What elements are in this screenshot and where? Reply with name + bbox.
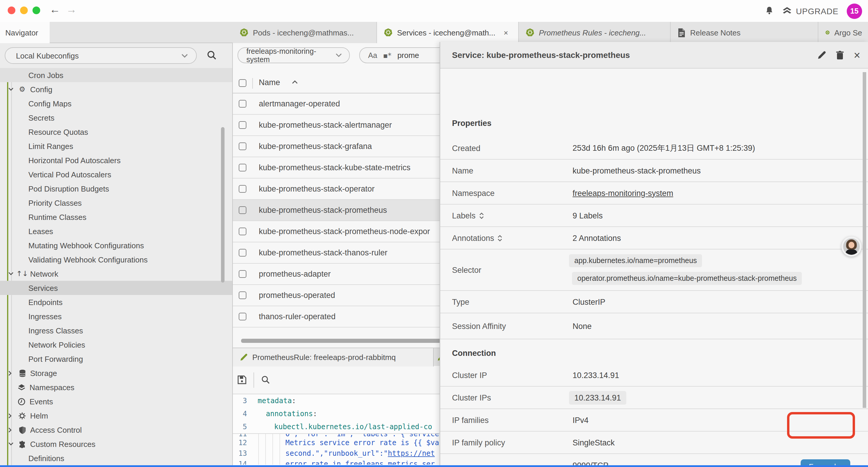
window-focus-line (0, 465, 868, 467)
sidebar-item-horizontal-pod-autoscalers[interactable]: Horizontal Pod Autoscalers (0, 153, 233, 167)
sidebar-item-leases[interactable]: Leases (0, 224, 233, 238)
kubernetes-icon (384, 28, 392, 37)
tab-release-notes[interactable]: Release Notes (671, 22, 818, 43)
row-checkbox[interactable] (239, 143, 246, 150)
edit-service-button[interactable] (817, 51, 826, 59)
sidebar-item-validating-webhook-configurations[interactable]: Validating Webhook Configurations (0, 253, 233, 267)
save-button[interactable] (238, 375, 246, 384)
chevron-right-icon (8, 427, 14, 432)
notifications-bell-icon[interactable] (765, 6, 774, 16)
type-row: Type ClusterIP (440, 291, 868, 313)
row-checkbox[interactable] (239, 206, 246, 214)
close-window-button[interactable] (8, 6, 16, 14)
tab-pods[interactable]: Pods - icecheng@mathmas... (233, 22, 377, 43)
chevron-right-icon (8, 413, 14, 418)
row-checkbox[interactable] (239, 100, 246, 108)
connection-section-heading: Connection (452, 349, 496, 358)
sidebar-item-secrets[interactable]: Secrets (0, 111, 233, 125)
sidebar-item-pod-disruption-budgets[interactable]: Pod Disruption Budgets (0, 181, 233, 196)
sidebar-scrollbar[interactable] (221, 127, 224, 283)
namespace-filter-select[interactable]: freeleaps-monitoring-system (238, 47, 350, 63)
sidebar-item-port-forwarding[interactable]: Port Forwarding (0, 352, 233, 366)
upgrade-button[interactable]: UPGRADE (782, 6, 838, 16)
upgrade-chevrons-icon (782, 6, 792, 16)
sidebar-section-custom-resources[interactable]: Custom Resources (0, 437, 233, 451)
select-all-checkbox[interactable] (239, 79, 246, 87)
sidebar-section-helm[interactable]: Helm (0, 408, 233, 423)
sidebar-item-vertical-pod-autoscalers[interactable]: Vertical Pod Autoscalers (0, 167, 233, 181)
tab-services[interactable]: Services - icecheng@math... × (377, 22, 519, 43)
shield-icon (18, 426, 27, 434)
row-checkbox[interactable] (239, 164, 246, 171)
sidebar-item-cron-jobs[interactable]: Cron Jobs (0, 68, 233, 82)
pencil-icon (240, 353, 248, 361)
sidebar-section-config[interactable]: ⚙ Config (0, 82, 233, 96)
sidebar-item-resource-quotas[interactable]: Resource Quotas (0, 125, 233, 139)
delete-service-button[interactable] (836, 51, 844, 59)
row-checkbox[interactable] (239, 185, 246, 193)
sidebar-item-config-maps[interactable]: Config Maps (0, 96, 233, 111)
sidebar-item-ingresses[interactable]: Ingresses (0, 309, 233, 323)
sidebar-item-services[interactable]: Services (0, 281, 233, 295)
tab-argo[interactable]: Argo Se (818, 22, 868, 43)
sidebar-item-mutating-webhook-configurations[interactable]: Mutating Webhook Configurations (0, 238, 233, 253)
session-affinity-row: Session Affinity None (440, 313, 868, 339)
row-checkbox[interactable] (239, 313, 246, 320)
puzzle-icon (18, 440, 27, 448)
sidebar-item-priority-classes[interactable]: Priority Classes (0, 196, 233, 210)
navigator-sidebar: Local Kubeconfigs Cron Jobs ⚙ Config Con… (0, 43, 233, 467)
name-column-header[interactable]: Name (259, 78, 280, 87)
chevron-down-icon (336, 53, 342, 57)
user-avatar[interactable] (841, 236, 862, 257)
annotations-row: Annotations 2 Annotations (440, 227, 868, 250)
expand-labels-icon[interactable] (479, 212, 484, 219)
row-checkbox[interactable] (239, 270, 246, 278)
row-checkbox[interactable] (239, 249, 246, 257)
sidebar-item-endpoints[interactable]: Endpoints (0, 295, 233, 309)
prometheusrule-editor-tab[interactable]: PrometheusRule: freeleaps-prod-rabbitmq (233, 348, 434, 367)
resource-tree: Cron Jobs ⚙ Config Config Maps Secrets R… (0, 68, 233, 467)
row-checkbox[interactable] (239, 121, 246, 129)
zoom-window-button[interactable] (32, 6, 40, 14)
row-checkbox[interactable] (239, 228, 246, 235)
namespace-link[interactable]: freeleaps-monitoring-system (572, 188, 673, 198)
created-row: Created 253d 16h 6m ago (2025年1月13日 GMT+… (440, 137, 868, 159)
document-icon (678, 28, 685, 37)
navigator-panel-tab[interactable]: Navigator (0, 22, 50, 43)
match-case-toggle[interactable]: Aa (368, 51, 377, 59)
drawer-scrollbar[interactable] (863, 72, 866, 408)
selector-chip: operator.prometheus.io/name=kube-prometh… (572, 272, 802, 285)
title-bar: ← → UPGRADE 15 (0, 0, 868, 22)
database-icon (18, 369, 27, 377)
forward-button[interactable]: → (66, 4, 77, 16)
highlight-annotation-box (787, 412, 855, 439)
sidebar-item-limit-ranges[interactable]: Limit Ranges (0, 139, 233, 153)
close-drawer-button[interactable]: × (854, 49, 860, 61)
kubeconfig-selector[interactable]: Local Kubeconfigs (5, 47, 197, 64)
tab-prometheus-rules[interactable]: Prometheus Rules - icecheng... (519, 22, 671, 43)
regex-toggle[interactable]: ▪* (383, 52, 392, 59)
network-arrows-icon: ↑↓ (18, 270, 27, 277)
editor-search-button[interactable] (261, 375, 270, 384)
tab-strip: Navigator Pods - icecheng@mathmas... Ser… (0, 22, 868, 43)
expand-annotations-icon[interactable] (498, 235, 502, 241)
cluster-ips-row: Cluster IPs 10.233.14.91 (440, 387, 868, 409)
sidebar-item-namespaces[interactable]: Namespaces (0, 380, 233, 394)
sidebar-item-ingress-classes[interactable]: Ingress Classes (0, 323, 233, 338)
row-checkbox[interactable] (239, 291, 246, 299)
sort-ascending-icon[interactable] (292, 80, 298, 84)
sidebar-item-definitions[interactable]: Definitions (0, 451, 233, 465)
back-button[interactable]: ← (50, 4, 60, 16)
notification-count-badge[interactable]: 15 (847, 3, 862, 19)
sidebar-section-network[interactable]: ↑↓ Network (0, 267, 233, 281)
sidebar-item-network-policies[interactable]: Network Policies (0, 338, 233, 352)
close-tab-icon[interactable]: × (504, 28, 508, 37)
sidebar-search-icon[interactable] (207, 50, 217, 60)
sidebar-section-access-control[interactable]: Access Control (0, 423, 233, 437)
sidebar-item-runtime-classes[interactable]: Runtime Classes (0, 210, 233, 224)
runbook-url-link[interactable]: https://net (388, 449, 435, 458)
minimize-window-button[interactable] (20, 6, 28, 14)
labels-row: Labels 9 Labels (440, 205, 868, 227)
sidebar-item-events[interactable]: Events (0, 394, 233, 408)
sidebar-section-storage[interactable]: Storage (0, 366, 233, 380)
